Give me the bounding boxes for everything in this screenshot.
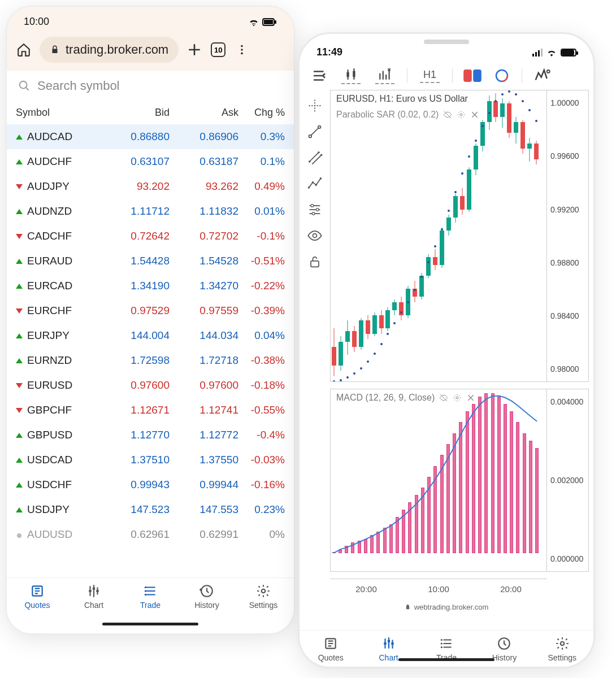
svg-point-29 — [312, 181, 314, 184]
status-time: 11:49 — [316, 46, 342, 58]
main-chart-panel[interactable]: EURUSD, H1: Euro vs US Dollar Parabolic … — [330, 90, 589, 382]
svg-point-31 — [320, 177, 322, 180]
col-chg[interactable]: Chg % — [238, 107, 285, 119]
eye-off-icon[interactable] — [439, 393, 448, 402]
svg-point-25 — [309, 160, 311, 163]
svg-point-34 — [312, 212, 315, 215]
nav-chart[interactable]: Chart — [66, 584, 122, 610]
battery-icon — [262, 18, 277, 26]
table-row[interactable]: USDCHF0.999430.99944-0.16% — [7, 472, 294, 497]
chart-area: EURUSD, H1: Euro vs US Dollar Parabolic … — [300, 90, 593, 598]
sync-charts-icon[interactable] — [492, 67, 511, 84]
table-row[interactable]: EURJPY144.004144.0340.04% — [7, 323, 294, 348]
table-row[interactable]: AUDCHF0.631070.631870.1% — [7, 149, 294, 174]
unlock-icon[interactable] — [307, 254, 323, 270]
browser-address-bar: trading.broker.com 10 — [7, 32, 294, 71]
svg-point-11 — [145, 586, 146, 588]
svg-point-45 — [441, 646, 443, 648]
svg-point-4 — [241, 49, 243, 51]
svg-point-47 — [561, 642, 565, 646]
svg-point-28 — [308, 186, 310, 189]
timeframe-button[interactable]: H1 — [420, 69, 440, 83]
overflow-menu-icon[interactable] — [234, 42, 250, 58]
status-icons — [532, 49, 576, 56]
new-tab-icon[interactable] — [186, 42, 202, 58]
table-row[interactable]: EURCAD1.341901.34270-0.22% — [7, 273, 294, 298]
notch — [398, 34, 494, 52]
macd-panel[interactable]: MACD (12, 26, 9, Close) 0.0040000.002000… — [330, 389, 589, 572]
svg-rect-2 — [275, 20, 276, 24]
svg-point-43 — [441, 639, 443, 641]
parallel-lines-icon[interactable] — [307, 150, 323, 166]
svg-point-13 — [145, 594, 146, 596]
chart-type-candles-icon[interactable] — [341, 67, 361, 84]
trendline-icon[interactable] — [307, 124, 323, 140]
svg-point-3 — [241, 45, 243, 47]
wifi-icon — [248, 18, 259, 27]
chart-title: EURUSD, H1: Euro vs US Dollar — [336, 94, 468, 104]
table-row[interactable]: USDJPY147.523147.5530.23% — [7, 497, 294, 522]
android-status-bar: 10:00 — [7, 7, 294, 32]
table-row[interactable]: AUDJPY93.20293.2620.49% — [7, 174, 294, 199]
table-row[interactable]: AUDNZD1.117121.118320.01% — [7, 199, 294, 224]
chart-side-toolbar — [300, 90, 330, 598]
svg-point-15 — [262, 589, 266, 593]
crosshair-icon[interactable] — [307, 98, 323, 114]
url-pill[interactable]: trading.broker.com — [40, 37, 179, 63]
table-row[interactable]: USDCAD1.375101.37550-0.03% — [7, 447, 294, 472]
svg-point-24 — [318, 126, 321, 129]
nav-settings[interactable]: Settings — [533, 636, 591, 662]
ios-home-indicator — [398, 658, 494, 661]
table-row[interactable]: AUDUSD0.629610.629910% — [7, 522, 294, 547]
nav-trade[interactable]: Trade — [122, 584, 179, 610]
table-row[interactable]: AUDCAD0.868800.869060.3% — [7, 124, 294, 149]
indicators-icon[interactable] — [375, 67, 394, 84]
nav-quotes[interactable]: Quotes — [302, 636, 359, 662]
table-row[interactable]: CADCHF0.726420.72702-0.1% — [7, 224, 294, 249]
table-row[interactable]: EURAUD1.544281.54528-0.51% — [7, 249, 294, 273]
svg-rect-17 — [353, 71, 355, 77]
svg-rect-42 — [391, 642, 393, 645]
wifi-icon — [546, 49, 557, 56]
search-row[interactable]: Search symbol — [7, 71, 294, 101]
table-row[interactable]: EURUSD0.976000.97600-0.18% — [7, 373, 294, 398]
eye-off-icon[interactable] — [443, 110, 452, 119]
svg-point-5 — [241, 53, 243, 55]
svg-point-27 — [320, 154, 323, 157]
close-icon[interactable] — [470, 110, 479, 119]
nav-settings[interactable]: Settings — [235, 584, 292, 610]
tabs-icon[interactable]: 10 — [210, 42, 226, 58]
drawing-wave-icon[interactable] — [532, 67, 552, 84]
menu-collapse-icon[interactable] — [310, 67, 329, 84]
home-icon[interactable] — [16, 42, 32, 58]
polyline-icon[interactable] — [307, 176, 323, 192]
table-row[interactable]: EURNZD1.725981.72718-0.38% — [7, 348, 294, 373]
nav-quotes[interactable]: Quotes — [9, 584, 66, 610]
search-icon — [18, 80, 31, 92]
table-row[interactable]: EURCHF0.975290.97559-0.39% — [7, 298, 294, 323]
svg-rect-8 — [89, 590, 91, 592]
quotes-table-header: Symbol Bid Ask Chg % — [7, 101, 294, 124]
svg-rect-40 — [384, 642, 386, 645]
chart-top-toolbar: H1 — [300, 62, 593, 90]
gear-icon[interactable] — [453, 393, 462, 402]
visibility-icon[interactable] — [307, 228, 323, 244]
levels-icon[interactable] — [307, 202, 323, 218]
nav-history[interactable]: History — [179, 584, 235, 610]
col-bid[interactable]: Bid — [101, 107, 170, 119]
window-layout-icon[interactable] — [463, 67, 482, 84]
status-icons — [248, 16, 277, 28]
svg-rect-10 — [96, 590, 98, 592]
gear-icon[interactable] — [457, 110, 466, 119]
svg-point-26 — [318, 151, 320, 154]
table-row[interactable]: GBPUSD1.127701.12772-0.4% — [7, 423, 294, 447]
close-icon[interactable] — [466, 393, 475, 402]
y-axis-macd: 0.0040000.0020000.000000 — [546, 389, 588, 571]
ios-url-bar[interactable]: webtrading.broker.com — [300, 598, 593, 628]
col-ask[interactable]: Ask — [170, 107, 238, 119]
table-row[interactable]: GBPCHF1.126711.12741-0.55% — [7, 398, 294, 423]
cellular-signal-icon — [532, 49, 543, 56]
indicator-label: Parabolic SAR (0.02, 0.2) — [336, 110, 479, 120]
quotes-table-body: AUDCAD0.868800.869060.3%AUDCHF0.631070.6… — [7, 124, 294, 547]
col-symbol[interactable]: Symbol — [16, 107, 101, 119]
